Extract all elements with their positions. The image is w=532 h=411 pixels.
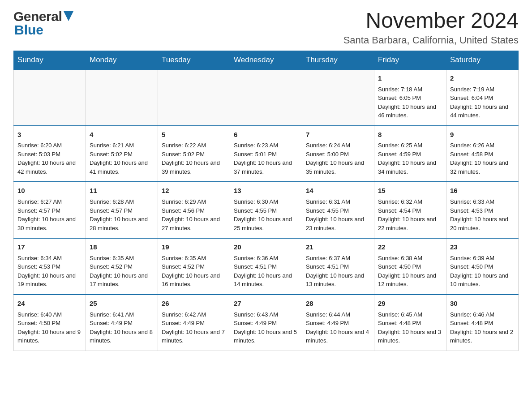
- week-row-1: 1Sunrise: 7:18 AM Sunset: 6:05 PM Daylig…: [14, 69, 519, 126]
- day-number: 12: [162, 186, 226, 196]
- calendar-cell: 10Sunrise: 6:27 AM Sunset: 4:57 PM Dayli…: [14, 182, 86, 238]
- days-of-week-row: SundayMondayTuesdayWednesdayThursdayFrid…: [14, 51, 519, 69]
- day-info: Sunrise: 6:37 AM Sunset: 4:51 PM Dayligh…: [306, 254, 370, 289]
- day-number: 1: [378, 73, 442, 83]
- day-number: 16: [450, 186, 515, 196]
- page-header: General Blue November 2024 Santa Barbara…: [13, 9, 519, 46]
- day-number: 18: [90, 242, 154, 252]
- day-info: Sunrise: 6:45 AM Sunset: 4:48 PM Dayligh…: [378, 310, 442, 345]
- day-number: 3: [17, 130, 82, 140]
- weekday-header-monday: Monday: [86, 51, 158, 69]
- day-info: Sunrise: 6:38 AM Sunset: 4:50 PM Dayligh…: [378, 254, 442, 289]
- day-info: Sunrise: 6:40 AM Sunset: 4:50 PM Dayligh…: [17, 310, 82, 345]
- day-info: Sunrise: 6:35 AM Sunset: 4:52 PM Dayligh…: [90, 254, 154, 289]
- weekday-header-thursday: Thursday: [302, 51, 374, 69]
- day-number: 20: [234, 242, 298, 252]
- calendar-cell: 6Sunrise: 6:23 AM Sunset: 5:01 PM Daylig…: [230, 126, 302, 182]
- calendar-cell: 11Sunrise: 6:28 AM Sunset: 4:57 PM Dayli…: [86, 182, 158, 238]
- calendar-cell: 22Sunrise: 6:38 AM Sunset: 4:50 PM Dayli…: [374, 238, 446, 295]
- day-info: Sunrise: 6:36 AM Sunset: 4:51 PM Dayligh…: [234, 254, 298, 289]
- title-block: November 2024 Santa Barbara, California,…: [343, 9, 519, 46]
- calendar-cell: 3Sunrise: 6:20 AM Sunset: 5:03 PM Daylig…: [14, 126, 86, 182]
- day-number: 25: [90, 299, 154, 308]
- weekday-header-wednesday: Wednesday: [230, 51, 302, 69]
- logo-general-text: General: [13, 9, 62, 24]
- calendar-cell: 30Sunrise: 6:46 AM Sunset: 4:48 PM Dayli…: [446, 295, 519, 351]
- svg-marker-0: [64, 11, 73, 21]
- day-info: Sunrise: 6:41 AM Sunset: 4:49 PM Dayligh…: [90, 310, 154, 345]
- calendar-cell: [302, 69, 374, 126]
- day-number: 11: [90, 186, 154, 196]
- calendar-cell: [14, 69, 86, 126]
- calendar-cell: [230, 69, 302, 126]
- day-number: 8: [378, 130, 442, 140]
- day-info: Sunrise: 6:32 AM Sunset: 4:54 PM Dayligh…: [378, 197, 442, 232]
- day-info: Sunrise: 7:19 AM Sunset: 6:04 PM Dayligh…: [450, 85, 515, 120]
- day-number: 13: [234, 186, 298, 196]
- day-info: Sunrise: 6:30 AM Sunset: 4:55 PM Dayligh…: [234, 197, 298, 232]
- calendar-cell: 25Sunrise: 6:41 AM Sunset: 4:49 PM Dayli…: [86, 295, 158, 351]
- day-info: Sunrise: 6:20 AM Sunset: 5:03 PM Dayligh…: [17, 141, 82, 176]
- day-number: 29: [378, 299, 442, 308]
- logo-arrow-icon: [64, 11, 73, 23]
- day-info: Sunrise: 6:39 AM Sunset: 4:50 PM Dayligh…: [450, 254, 515, 289]
- day-info: Sunrise: 6:24 AM Sunset: 5:00 PM Dayligh…: [306, 141, 370, 176]
- day-number: 22: [378, 242, 442, 252]
- day-info: Sunrise: 6:23 AM Sunset: 5:01 PM Dayligh…: [234, 141, 298, 176]
- day-number: 24: [17, 299, 82, 308]
- calendar-table: SundayMondayTuesdayWednesdayThursdayFrid…: [13, 51, 519, 351]
- calendar-cell: 24Sunrise: 6:40 AM Sunset: 4:50 PM Dayli…: [14, 295, 86, 351]
- calendar-cell: 21Sunrise: 6:37 AM Sunset: 4:51 PM Dayli…: [302, 238, 374, 295]
- calendar-cell: [86, 69, 158, 126]
- day-number: 7: [306, 130, 370, 140]
- calendar-cell: 28Sunrise: 6:44 AM Sunset: 4:49 PM Dayli…: [302, 295, 374, 351]
- weekday-header-sunday: Sunday: [14, 51, 86, 69]
- calendar-cell: 18Sunrise: 6:35 AM Sunset: 4:52 PM Dayli…: [86, 238, 158, 295]
- day-info: Sunrise: 6:22 AM Sunset: 5:02 PM Dayligh…: [162, 141, 226, 176]
- calendar-cell: [158, 69, 230, 126]
- day-info: Sunrise: 6:21 AM Sunset: 5:02 PM Dayligh…: [90, 141, 154, 176]
- day-number: 4: [90, 130, 154, 140]
- logo-blue-text: Blue: [14, 22, 43, 38]
- calendar-cell: 14Sunrise: 6:31 AM Sunset: 4:55 PM Dayli…: [302, 182, 374, 238]
- calendar-cell: 29Sunrise: 6:45 AM Sunset: 4:48 PM Dayli…: [374, 295, 446, 351]
- calendar-cell: 27Sunrise: 6:43 AM Sunset: 4:49 PM Dayli…: [230, 295, 302, 351]
- weekday-header-saturday: Saturday: [446, 51, 519, 69]
- day-number: 21: [306, 242, 370, 252]
- day-info: Sunrise: 7:18 AM Sunset: 6:05 PM Dayligh…: [378, 85, 442, 120]
- calendar-cell: 15Sunrise: 6:32 AM Sunset: 4:54 PM Dayli…: [374, 182, 446, 238]
- day-number: 14: [306, 186, 370, 196]
- calendar-cell: 2Sunrise: 7:19 AM Sunset: 6:04 PM Daylig…: [446, 69, 519, 126]
- day-number: 28: [306, 299, 370, 308]
- calendar-header: SundayMondayTuesdayWednesdayThursdayFrid…: [14, 51, 519, 69]
- day-number: 15: [378, 186, 442, 196]
- calendar-cell: 1Sunrise: 7:18 AM Sunset: 6:05 PM Daylig…: [374, 69, 446, 126]
- calendar-cell: 19Sunrise: 6:35 AM Sunset: 4:52 PM Dayli…: [158, 238, 230, 295]
- page-subtitle: Santa Barbara, California, United States: [343, 34, 519, 46]
- week-row-2: 3Sunrise: 6:20 AM Sunset: 5:03 PM Daylig…: [14, 126, 519, 182]
- logo: General Blue: [13, 9, 73, 38]
- day-info: Sunrise: 6:44 AM Sunset: 4:49 PM Dayligh…: [306, 310, 370, 345]
- day-info: Sunrise: 6:28 AM Sunset: 4:57 PM Dayligh…: [90, 197, 154, 232]
- day-info: Sunrise: 6:33 AM Sunset: 4:53 PM Dayligh…: [450, 197, 515, 232]
- day-info: Sunrise: 6:25 AM Sunset: 4:59 PM Dayligh…: [378, 141, 442, 176]
- calendar-cell: 26Sunrise: 6:42 AM Sunset: 4:49 PM Dayli…: [158, 295, 230, 351]
- calendar-cell: 4Sunrise: 6:21 AM Sunset: 5:02 PM Daylig…: [86, 126, 158, 182]
- calendar-cell: 7Sunrise: 6:24 AM Sunset: 5:00 PM Daylig…: [302, 126, 374, 182]
- week-row-3: 10Sunrise: 6:27 AM Sunset: 4:57 PM Dayli…: [14, 182, 519, 238]
- calendar-cell: 8Sunrise: 6:25 AM Sunset: 4:59 PM Daylig…: [374, 126, 446, 182]
- day-info: Sunrise: 6:42 AM Sunset: 4:49 PM Dayligh…: [162, 310, 226, 345]
- day-number: 26: [162, 299, 226, 308]
- week-row-5: 24Sunrise: 6:40 AM Sunset: 4:50 PM Dayli…: [14, 295, 519, 351]
- weekday-header-friday: Friday: [374, 51, 446, 69]
- day-info: Sunrise: 6:35 AM Sunset: 4:52 PM Dayligh…: [162, 254, 226, 289]
- calendar-cell: 16Sunrise: 6:33 AM Sunset: 4:53 PM Dayli…: [446, 182, 519, 238]
- day-number: 27: [234, 299, 298, 308]
- calendar-cell: 13Sunrise: 6:30 AM Sunset: 4:55 PM Dayli…: [230, 182, 302, 238]
- calendar-cell: 20Sunrise: 6:36 AM Sunset: 4:51 PM Dayli…: [230, 238, 302, 295]
- day-number: 6: [234, 130, 298, 140]
- day-number: 10: [17, 186, 82, 196]
- week-row-4: 17Sunrise: 6:34 AM Sunset: 4:53 PM Dayli…: [14, 238, 519, 295]
- calendar-cell: 9Sunrise: 6:26 AM Sunset: 4:58 PM Daylig…: [446, 126, 519, 182]
- day-number: 5: [162, 130, 226, 140]
